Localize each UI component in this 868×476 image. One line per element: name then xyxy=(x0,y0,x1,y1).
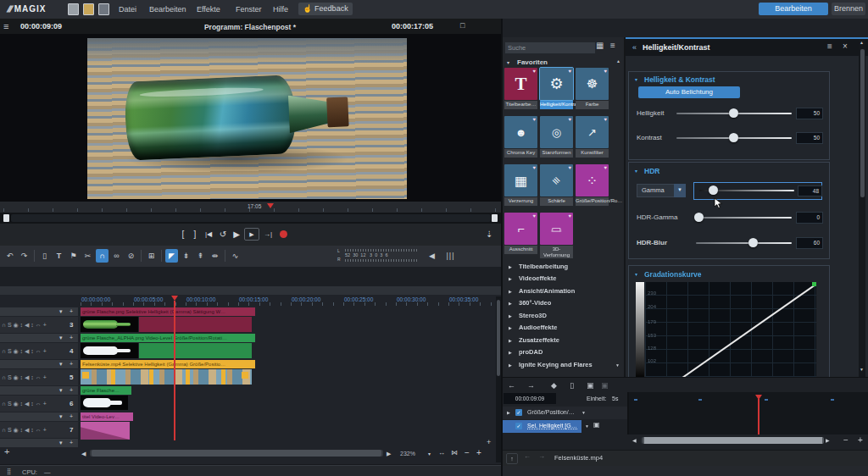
monitor-playhead[interactable] xyxy=(267,203,274,208)
scrub-handle-left[interactable] xyxy=(3,214,9,222)
monitor-ruler[interactable]: 17:05 xyxy=(0,202,502,213)
track-add-icon[interactable]: + xyxy=(70,361,73,367)
tile-verzerrung[interactable]: ▦♥ xyxy=(504,164,537,196)
kf-row-label[interactable]: Größe/Position/… xyxy=(527,409,575,415)
kf-curve-toggle-icon[interactable]: ▣ xyxy=(593,422,600,429)
zoom-level[interactable]: 232% xyxy=(400,451,415,457)
heart-icon[interactable]: ♥ xyxy=(532,213,536,219)
section-collapse-icon[interactable]: ▾ xyxy=(635,272,637,277)
mark-in-icon[interactable]: [ xyxy=(178,228,188,241)
expand-icon[interactable]: ▶ xyxy=(507,411,510,415)
scrub-handle-right[interactable] xyxy=(492,214,498,222)
clip-title[interactable]: grüne Flasche… xyxy=(81,386,131,395)
clip-thumbnail[interactable] xyxy=(81,343,138,358)
track-icons[interactable]: ∩ S ◉ ↕ ◀ ↕ ⇔ + xyxy=(0,427,47,433)
menu-bearbeiten[interactable]: Bearbeiten xyxy=(149,5,186,14)
feedback-button[interactable]: ☝ Feedback xyxy=(298,3,353,15)
new-file-icon[interactable] xyxy=(68,3,79,15)
expand-icon[interactable]: ▶ xyxy=(509,265,512,269)
title-tool-icon[interactable]: T xyxy=(53,249,65,263)
tile-schaerfe[interactable]: ≡♥ xyxy=(540,164,573,196)
scroll-up-icon[interactable]: ▲ xyxy=(860,41,864,45)
delete-icon[interactable]: ▯ xyxy=(38,249,51,263)
expand-icon[interactable]: ▶ xyxy=(509,314,512,318)
zoom-in-icon[interactable]: + xyxy=(476,449,481,457)
tile-stanzformen[interactable]: ◎♥ xyxy=(540,116,573,148)
category-audioeffekte[interactable]: Audioeffekte xyxy=(519,324,557,331)
track-collapse-icon[interactable]: ▾ xyxy=(59,335,63,340)
expand-icon[interactable]: ▶ xyxy=(509,363,512,368)
auto-belichtung-button[interactable]: Auto Belichtung xyxy=(638,86,740,98)
track-header[interactable]: ∩ S ◉ ↕ ◀ ↕ ⇔ + 3 xyxy=(0,317,78,333)
heart-icon[interactable]: ♥ xyxy=(568,213,571,219)
kf-paste-icon[interactable]: ▣ xyxy=(601,381,609,390)
track-collapse-icon[interactable]: ▾ xyxy=(59,413,63,419)
clip-body[interactable] xyxy=(81,422,130,440)
object-grab-icon[interactable]: ⊞ xyxy=(145,249,158,263)
heart-icon[interactable]: ♥ xyxy=(604,117,607,122)
expand-icon[interactable]: ▶ xyxy=(509,351,512,355)
track-add-icon[interactable]: + xyxy=(70,308,73,314)
transition-marker[interactable] xyxy=(111,369,115,385)
tile-3d-verformung[interactable]: ▭♥ xyxy=(540,213,573,245)
track-header[interactable]: ∩ S ◉ ↕ ◀ ↕ ⇔ + 6 xyxy=(0,396,78,412)
heart-icon[interactable]: ♥ xyxy=(532,69,536,74)
ruler-ticks[interactable] xyxy=(81,302,496,306)
track-collapse-icon[interactable]: ▾ xyxy=(59,361,63,367)
kf-hscroll-left-icon[interactable]: ◀ xyxy=(632,438,637,443)
hscroll-left-icon[interactable]: ◀ xyxy=(81,451,86,457)
clip-thumbnail[interactable] xyxy=(81,317,138,332)
hdr-gamma-slider-focused[interactable]: 48 xyxy=(693,182,822,200)
expand-icon[interactable]: ▶ xyxy=(509,326,512,330)
undo-icon[interactable]: ↶ xyxy=(3,249,16,263)
menu-fenster[interactable]: Fenster xyxy=(236,5,262,14)
jump-end-icon[interactable]: →| xyxy=(261,228,275,241)
scroll-up-icon[interactable]: ▲ xyxy=(616,59,620,64)
scroll-down-icon[interactable]: ▼ xyxy=(860,368,864,372)
tile-kunstfilter[interactable]: ↗♥ xyxy=(576,116,609,148)
unlink-icon[interactable]: ⊘ xyxy=(125,249,137,263)
add-track-right-icon[interactable]: + xyxy=(487,439,491,446)
kf-hscrollbar[interactable] xyxy=(641,437,822,444)
scroll-down-icon[interactable]: ▼ xyxy=(615,363,620,368)
tile-titelbearbeitung[interactable]: T♥ xyxy=(504,68,537,100)
category-stereo3d[interactable]: Stereo3D xyxy=(519,312,547,319)
section-collapse-icon[interactable]: ▾ xyxy=(635,77,637,82)
clip-title[interactable]: grüne Flasche.png Selektive Helligkeit (… xyxy=(81,307,255,316)
kf-lane-area[interactable] xyxy=(629,392,868,434)
clip-title[interactable]: grüne Flasche_ALPHA.png Video-Level Größ… xyxy=(81,334,255,342)
tile-farbe[interactable]: ☸♥ xyxy=(576,68,609,100)
mouse-mode-single-icon[interactable]: ⇟ xyxy=(180,249,192,263)
track-icons[interactable]: ∩ S ◉ ↕ ◀ ↕ ⇔ + xyxy=(0,348,47,354)
track-add-icon[interactable]: + xyxy=(70,440,73,446)
curve-line[interactable] xyxy=(682,284,815,377)
section-collapse-icon[interactable]: ▾ xyxy=(635,169,637,174)
kf-delete-icon[interactable]: ▯ xyxy=(570,381,574,390)
kf-add-keyframe-icon[interactable]: ◆ xyxy=(551,381,557,390)
expand-icon[interactable]: ▶ xyxy=(509,290,512,294)
redo-icon[interactable]: ↷ xyxy=(18,249,31,263)
link-icon[interactable]: ∞ xyxy=(110,249,123,263)
heart-icon[interactable]: ♥ xyxy=(568,69,571,74)
params-vscrollbar[interactable]: ▲ ▼ xyxy=(859,39,865,377)
play-icon[interactable]: ▶ xyxy=(231,228,242,241)
track-add-icon[interactable]: + xyxy=(70,413,73,419)
category-ansicht-animation[interactable]: Ansicht/Animation xyxy=(519,287,575,295)
kf-zoom-in-icon[interactable]: + xyxy=(858,436,863,445)
track-header[interactable]: ∩ S ◉ ↕ ◀ ↕ ⇔ + 5 xyxy=(0,369,78,385)
clip-handle[interactable] xyxy=(242,372,248,379)
clip-handle[interactable] xyxy=(82,372,89,379)
monitor-scrub-bar[interactable] xyxy=(0,213,502,224)
category-360-video[interactable]: 360°-Video xyxy=(519,299,551,307)
mouse-mode-all-icon[interactable]: ⇹ xyxy=(209,249,221,263)
heart-icon[interactable]: ♥ xyxy=(568,165,571,170)
transition-marker[interactable] xyxy=(221,369,225,385)
zoom-object-icon[interactable]: ⋈ xyxy=(451,450,458,457)
pane-divider[interactable] xyxy=(501,19,503,476)
mouse-mode-track-icon[interactable]: ⇞ xyxy=(194,249,207,263)
helligkeit-slider-thumb[interactable] xyxy=(729,108,738,118)
kf-hscrollbar-thumb[interactable] xyxy=(643,437,824,444)
kf-prev-icon[interactable]: ← xyxy=(508,381,515,390)
speaker-icon[interactable]: ◀ xyxy=(426,249,438,263)
mouse-mode-icon[interactable]: ◤ xyxy=(165,249,178,263)
